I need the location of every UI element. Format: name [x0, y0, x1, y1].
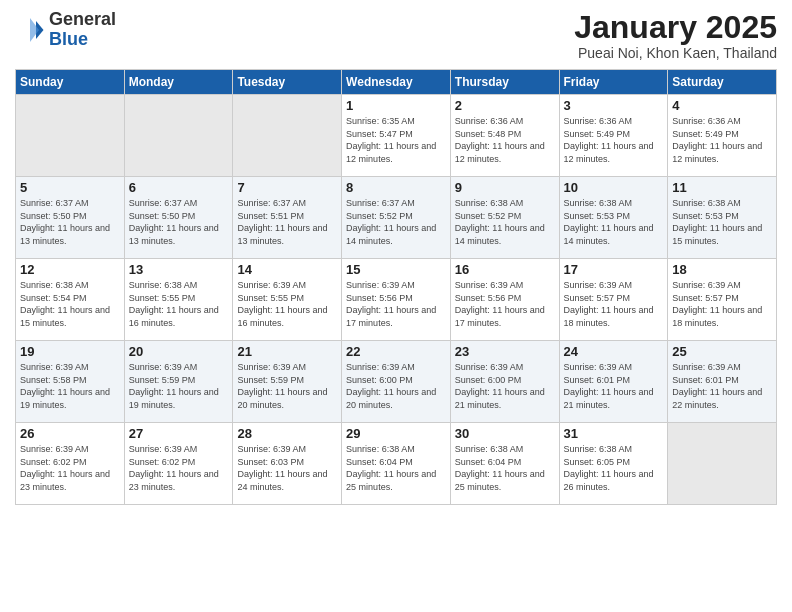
- calendar-cell: 28Sunrise: 6:39 AMSunset: 6:03 PMDayligh…: [233, 423, 342, 505]
- day-info: Sunrise: 6:39 AMSunset: 5:59 PMDaylight:…: [237, 361, 337, 411]
- day-info: Sunrise: 6:39 AMSunset: 6:03 PMDaylight:…: [237, 443, 337, 493]
- day-info: Sunrise: 6:38 AMSunset: 5:54 PMDaylight:…: [20, 279, 120, 329]
- daylight-text: Daylight: 11 hours and 12 minutes.: [455, 140, 555, 165]
- logo-icon: [15, 15, 45, 45]
- sunrise-text: Sunrise: 6:38 AM: [455, 197, 555, 210]
- calendar-week-3: 12Sunrise: 6:38 AMSunset: 5:54 PMDayligh…: [16, 259, 777, 341]
- calendar-subtitle: Pueai Noi, Khon Kaen, Thailand: [574, 45, 777, 61]
- sunset-text: Sunset: 5:55 PM: [237, 292, 337, 305]
- page: General Blue January 2025 Pueai Noi, Kho…: [0, 0, 792, 612]
- sunset-text: Sunset: 5:56 PM: [346, 292, 446, 305]
- daylight-text: Daylight: 11 hours and 18 minutes.: [672, 304, 772, 329]
- day-number: 24: [564, 344, 664, 359]
- sunset-text: Sunset: 5:50 PM: [129, 210, 229, 223]
- calendar-cell: [16, 95, 125, 177]
- sunrise-text: Sunrise: 6:39 AM: [129, 361, 229, 374]
- sunset-text: Sunset: 6:01 PM: [564, 374, 664, 387]
- sunset-text: Sunset: 6:02 PM: [20, 456, 120, 469]
- day-number: 11: [672, 180, 772, 195]
- day-info: Sunrise: 6:39 AMSunset: 6:01 PMDaylight:…: [564, 361, 664, 411]
- daylight-text: Daylight: 11 hours and 24 minutes.: [237, 468, 337, 493]
- day-number: 19: [20, 344, 120, 359]
- daylight-text: Daylight: 11 hours and 19 minutes.: [20, 386, 120, 411]
- sunrise-text: Sunrise: 6:39 AM: [672, 361, 772, 374]
- header: General Blue January 2025 Pueai Noi, Kho…: [15, 10, 777, 61]
- sunset-text: Sunset: 5:49 PM: [672, 128, 772, 141]
- calendar-cell: 16Sunrise: 6:39 AMSunset: 5:56 PMDayligh…: [450, 259, 559, 341]
- sunset-text: Sunset: 6:00 PM: [455, 374, 555, 387]
- sunset-text: Sunset: 5:59 PM: [237, 374, 337, 387]
- daylight-text: Daylight: 11 hours and 18 minutes.: [564, 304, 664, 329]
- sunrise-text: Sunrise: 6:39 AM: [564, 279, 664, 292]
- calendar-table: SundayMondayTuesdayWednesdayThursdayFrid…: [15, 69, 777, 505]
- calendar-cell: 25Sunrise: 6:39 AMSunset: 6:01 PMDayligh…: [668, 341, 777, 423]
- calendar-cell: 8Sunrise: 6:37 AMSunset: 5:52 PMDaylight…: [342, 177, 451, 259]
- day-info: Sunrise: 6:39 AMSunset: 5:56 PMDaylight:…: [346, 279, 446, 329]
- sunrise-text: Sunrise: 6:39 AM: [237, 361, 337, 374]
- calendar-cell: 26Sunrise: 6:39 AMSunset: 6:02 PMDayligh…: [16, 423, 125, 505]
- calendar-cell: 3Sunrise: 6:36 AMSunset: 5:49 PMDaylight…: [559, 95, 668, 177]
- calendar-cell: 23Sunrise: 6:39 AMSunset: 6:00 PMDayligh…: [450, 341, 559, 423]
- day-number: 29: [346, 426, 446, 441]
- calendar-title: January 2025: [574, 10, 777, 45]
- day-info: Sunrise: 6:39 AMSunset: 6:02 PMDaylight:…: [20, 443, 120, 493]
- sunset-text: Sunset: 5:58 PM: [20, 374, 120, 387]
- daylight-text: Daylight: 11 hours and 20 minutes.: [346, 386, 446, 411]
- day-number: 26: [20, 426, 120, 441]
- day-info: Sunrise: 6:39 AMSunset: 6:02 PMDaylight:…: [129, 443, 229, 493]
- calendar-cell: 5Sunrise: 6:37 AMSunset: 5:50 PMDaylight…: [16, 177, 125, 259]
- day-number: 14: [237, 262, 337, 277]
- sunset-text: Sunset: 6:03 PM: [237, 456, 337, 469]
- calendar-cell: [668, 423, 777, 505]
- daylight-text: Daylight: 11 hours and 15 minutes.: [672, 222, 772, 247]
- calendar-cell: 11Sunrise: 6:38 AMSunset: 5:53 PMDayligh…: [668, 177, 777, 259]
- day-number: 9: [455, 180, 555, 195]
- daylight-text: Daylight: 11 hours and 21 minutes.: [455, 386, 555, 411]
- calendar-header-thursday: Thursday: [450, 70, 559, 95]
- daylight-text: Daylight: 11 hours and 17 minutes.: [346, 304, 446, 329]
- day-number: 18: [672, 262, 772, 277]
- day-info: Sunrise: 6:38 AMSunset: 6:05 PMDaylight:…: [564, 443, 664, 493]
- daylight-text: Daylight: 11 hours and 16 minutes.: [129, 304, 229, 329]
- day-info: Sunrise: 6:39 AMSunset: 5:59 PMDaylight:…: [129, 361, 229, 411]
- sunset-text: Sunset: 5:53 PM: [672, 210, 772, 223]
- calendar-header-tuesday: Tuesday: [233, 70, 342, 95]
- daylight-text: Daylight: 11 hours and 22 minutes.: [672, 386, 772, 411]
- daylight-text: Daylight: 11 hours and 12 minutes.: [346, 140, 446, 165]
- calendar-cell: 21Sunrise: 6:39 AMSunset: 5:59 PMDayligh…: [233, 341, 342, 423]
- calendar-cell: 18Sunrise: 6:39 AMSunset: 5:57 PMDayligh…: [668, 259, 777, 341]
- day-info: Sunrise: 6:39 AMSunset: 6:00 PMDaylight:…: [346, 361, 446, 411]
- daylight-text: Daylight: 11 hours and 21 minutes.: [564, 386, 664, 411]
- day-info: Sunrise: 6:39 AMSunset: 6:00 PMDaylight:…: [455, 361, 555, 411]
- calendar-cell: 9Sunrise: 6:38 AMSunset: 5:52 PMDaylight…: [450, 177, 559, 259]
- sunrise-text: Sunrise: 6:39 AM: [237, 443, 337, 456]
- daylight-text: Daylight: 11 hours and 13 minutes.: [20, 222, 120, 247]
- logo-general-text: General: [49, 10, 116, 30]
- calendar-header-saturday: Saturday: [668, 70, 777, 95]
- title-block: January 2025 Pueai Noi, Khon Kaen, Thail…: [574, 10, 777, 61]
- day-number: 21: [237, 344, 337, 359]
- daylight-text: Daylight: 11 hours and 17 minutes.: [455, 304, 555, 329]
- sunset-text: Sunset: 6:02 PM: [129, 456, 229, 469]
- sunrise-text: Sunrise: 6:39 AM: [129, 443, 229, 456]
- calendar-week-5: 26Sunrise: 6:39 AMSunset: 6:02 PMDayligh…: [16, 423, 777, 505]
- day-number: 8: [346, 180, 446, 195]
- daylight-text: Daylight: 11 hours and 13 minutes.: [237, 222, 337, 247]
- svg-marker-1: [30, 18, 39, 42]
- sunrise-text: Sunrise: 6:39 AM: [20, 361, 120, 374]
- sunset-text: Sunset: 5:50 PM: [20, 210, 120, 223]
- sunset-text: Sunset: 5:52 PM: [346, 210, 446, 223]
- sunrise-text: Sunrise: 6:38 AM: [564, 197, 664, 210]
- day-number: 15: [346, 262, 446, 277]
- daylight-text: Daylight: 11 hours and 13 minutes.: [129, 222, 229, 247]
- sunset-text: Sunset: 6:05 PM: [564, 456, 664, 469]
- day-number: 31: [564, 426, 664, 441]
- calendar-cell: 13Sunrise: 6:38 AMSunset: 5:55 PMDayligh…: [124, 259, 233, 341]
- sunrise-text: Sunrise: 6:35 AM: [346, 115, 446, 128]
- calendar-cell: 10Sunrise: 6:38 AMSunset: 5:53 PMDayligh…: [559, 177, 668, 259]
- day-info: Sunrise: 6:38 AMSunset: 5:53 PMDaylight:…: [672, 197, 772, 247]
- day-info: Sunrise: 6:38 AMSunset: 6:04 PMDaylight:…: [455, 443, 555, 493]
- day-info: Sunrise: 6:38 AMSunset: 5:53 PMDaylight:…: [564, 197, 664, 247]
- sunrise-text: Sunrise: 6:37 AM: [129, 197, 229, 210]
- sunset-text: Sunset: 5:51 PM: [237, 210, 337, 223]
